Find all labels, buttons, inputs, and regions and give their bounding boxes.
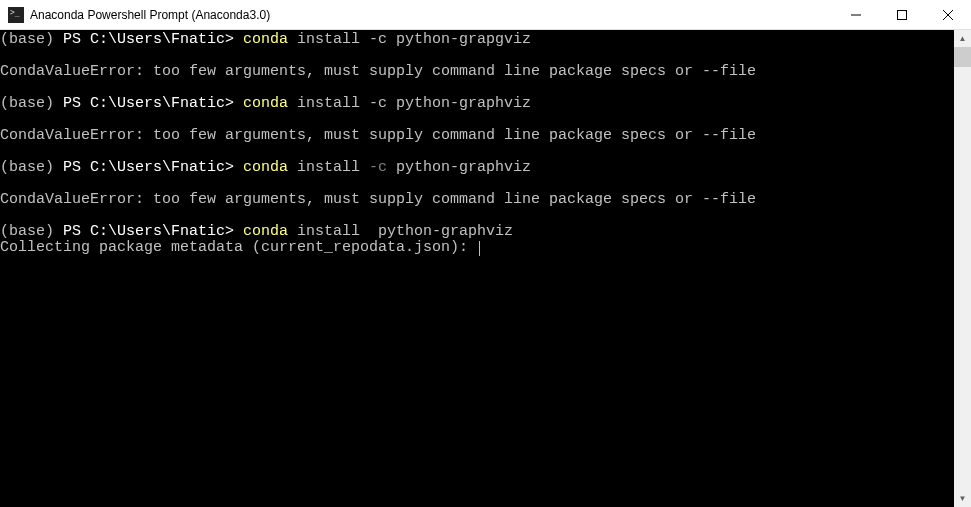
- scroll-up-button[interactable]: ▲: [954, 30, 971, 47]
- window-title: Anaconda Powershell Prompt (Anaconda3.0): [30, 8, 833, 22]
- prompt-path: PS C:\Users\Fnatic>: [63, 95, 243, 112]
- cmd-word: conda: [243, 223, 288, 240]
- scroll-down-button[interactable]: ▼: [954, 490, 971, 507]
- cmd-word: conda: [243, 159, 288, 176]
- scrollbar[interactable]: ▲ ▼: [954, 30, 971, 507]
- error-line: CondaValueError: too few arguments, must…: [0, 63, 756, 80]
- cmd-rest: install -c python-graphviz: [288, 95, 531, 112]
- cmd-word: conda: [243, 95, 288, 112]
- minimize-button[interactable]: [833, 0, 879, 29]
- window-controls: [833, 0, 971, 29]
- app-icon: [8, 7, 24, 23]
- prompt-env: (base): [0, 159, 63, 176]
- cmd-word: conda: [243, 31, 288, 48]
- cursor: [479, 241, 480, 256]
- prompt-env: (base): [0, 31, 63, 48]
- prompt-path: PS C:\Users\Fnatic>: [63, 223, 243, 240]
- cmd-rest: python-graphviz: [387, 159, 531, 176]
- cmd-rest: install: [288, 159, 369, 176]
- terminal-area: (base) PS C:\Users\Fnatic> conda install…: [0, 30, 971, 507]
- svg-rect-1: [898, 10, 907, 19]
- cmd-rest: install python-graphviz: [288, 223, 513, 240]
- close-button[interactable]: [925, 0, 971, 29]
- prompt-path: PS C:\Users\Fnatic>: [63, 159, 243, 176]
- prompt-env: (base): [0, 95, 63, 112]
- prompt-env: (base): [0, 223, 63, 240]
- cmd-dim: -c: [369, 159, 387, 176]
- terminal[interactable]: (base) PS C:\Users\Fnatic> conda install…: [0, 30, 954, 507]
- prompt-path: PS C:\Users\Fnatic>: [63, 31, 243, 48]
- maximize-button[interactable]: [879, 0, 925, 29]
- cmd-rest: install -c python-grapgviz: [288, 31, 531, 48]
- scroll-thumb[interactable]: [954, 47, 971, 67]
- titlebar: Anaconda Powershell Prompt (Anaconda3.0): [0, 0, 971, 30]
- error-line: CondaValueError: too few arguments, must…: [0, 127, 756, 144]
- status-line: Collecting package metadata (current_rep…: [0, 239, 477, 256]
- error-line: CondaValueError: too few arguments, must…: [0, 191, 756, 208]
